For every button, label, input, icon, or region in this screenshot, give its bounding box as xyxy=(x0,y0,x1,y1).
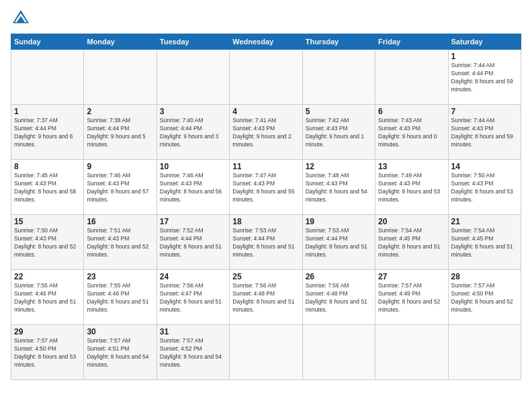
day-of-week-header: Sunday xyxy=(11,34,84,50)
calendar-cell: 22 Sunrise: 7:55 AMSunset: 4:46 PMDaylig… xyxy=(11,270,84,325)
day-info: Sunrise: 7:56 AMSunset: 4:48 PMDaylight:… xyxy=(306,282,367,313)
day-number: 6 xyxy=(378,107,445,116)
day-info: Sunrise: 7:55 AMSunset: 4:46 PMDaylight:… xyxy=(87,282,148,313)
calendar-cell xyxy=(375,50,448,105)
day-info: Sunrise: 7:52 AMSunset: 4:44 PMDaylight:… xyxy=(160,227,222,258)
day-number: 26 xyxy=(306,272,372,281)
day-info: Sunrise: 7:44 AMSunset: 4:44 PMDaylight:… xyxy=(451,62,513,93)
calendar-cell: 20 Sunrise: 7:54 AMSunset: 4:45 PMDaylig… xyxy=(375,215,448,270)
day-info: Sunrise: 7:53 AMSunset: 4:44 PMDaylight:… xyxy=(306,227,367,258)
calendar-cell: 16 Sunrise: 7:51 AMSunset: 4:43 PMDaylig… xyxy=(84,215,157,270)
calendar-cell: 18 Sunrise: 7:53 AMSunset: 4:44 PMDaylig… xyxy=(230,215,302,270)
calendar-cell: 29 Sunrise: 7:57 AMSunset: 4:50 PMDaylig… xyxy=(11,325,84,380)
day-info: Sunrise: 7:44 AMSunset: 4:43 PMDaylight:… xyxy=(451,117,513,148)
day-number: 19 xyxy=(306,217,372,226)
day-info: Sunrise: 7:57 AMSunset: 4:50 PMDaylight:… xyxy=(451,282,513,313)
day-number: 23 xyxy=(87,272,153,281)
day-of-week-header: Monday xyxy=(84,34,157,50)
day-number: 12 xyxy=(306,162,372,171)
day-info: Sunrise: 7:46 AMSunset: 4:43 PMDaylight:… xyxy=(160,172,222,203)
day-number: 28 xyxy=(451,272,518,281)
calendar-cell: 12 Sunrise: 7:48 AMSunset: 4:43 PMDaylig… xyxy=(302,160,375,215)
day-number: 13 xyxy=(378,162,445,171)
page: SundayMondayTuesdayWednesdayThursdayFrid… xyxy=(0,0,532,411)
day-info: Sunrise: 7:56 AMSunset: 4:47 PMDaylight:… xyxy=(160,282,222,313)
day-of-week-header: Thursday xyxy=(302,34,375,50)
calendar-cell: 1 Sunrise: 7:37 AMSunset: 4:44 PMDayligh… xyxy=(11,105,84,160)
day-info: Sunrise: 7:48 AMSunset: 4:43 PMDaylight:… xyxy=(306,172,367,203)
day-number: 24 xyxy=(160,272,226,281)
day-info: Sunrise: 7:57 AMSunset: 4:51 PMDaylight:… xyxy=(87,337,148,368)
calendar-cell xyxy=(84,50,157,105)
calendar-cell: 26 Sunrise: 7:56 AMSunset: 4:48 PMDaylig… xyxy=(302,270,375,325)
day-of-week-header: Wednesday xyxy=(230,34,302,50)
day-number: 1 xyxy=(451,52,518,61)
day-number: 2 xyxy=(87,107,153,116)
day-number: 3 xyxy=(160,107,226,116)
calendar-cell: 28 Sunrise: 7:57 AMSunset: 4:50 PMDaylig… xyxy=(448,270,521,325)
calendar-cell: 14 Sunrise: 7:50 AMSunset: 4:43 PMDaylig… xyxy=(448,160,521,215)
calendar-cell: 7 Sunrise: 7:44 AMSunset: 4:43 PMDayligh… xyxy=(448,105,521,160)
day-number: 4 xyxy=(232,107,299,116)
day-info: Sunrise: 7:47 AMSunset: 4:43 PMDaylight:… xyxy=(232,172,294,203)
calendar-week-row: 1 Sunrise: 7:44 AMSunset: 4:44 PMDayligh… xyxy=(11,50,521,105)
calendar-week-row: 15 Sunrise: 7:50 AMSunset: 4:43 PMDaylig… xyxy=(11,215,521,270)
calendar-cell: 8 Sunrise: 7:45 AMSunset: 4:43 PMDayligh… xyxy=(11,160,84,215)
day-number: 1 xyxy=(14,107,81,116)
calendar-cell: 5 Sunrise: 7:42 AMSunset: 4:43 PMDayligh… xyxy=(302,105,375,160)
calendar-cell: 2 Sunrise: 7:38 AMSunset: 4:44 PMDayligh… xyxy=(84,105,157,160)
day-info: Sunrise: 7:53 AMSunset: 4:44 PMDaylight:… xyxy=(232,227,294,258)
day-info: Sunrise: 7:57 AMSunset: 4:52 PMDaylight:… xyxy=(160,337,222,368)
calendar-cell xyxy=(230,50,302,105)
day-number: 10 xyxy=(160,162,226,171)
day-info: Sunrise: 7:49 AMSunset: 4:43 PMDaylight:… xyxy=(378,172,440,203)
calendar-cell: 15 Sunrise: 7:50 AMSunset: 4:43 PMDaylig… xyxy=(11,215,84,270)
day-info: Sunrise: 7:56 AMSunset: 4:48 PMDaylight:… xyxy=(232,282,294,313)
calendar-cell: 10 Sunrise: 7:46 AMSunset: 4:43 PMDaylig… xyxy=(157,160,229,215)
day-info: Sunrise: 7:57 AMSunset: 4:49 PMDaylight:… xyxy=(378,282,440,313)
day-info: Sunrise: 7:45 AMSunset: 4:43 PMDaylight:… xyxy=(14,172,76,203)
calendar-cell: 30 Sunrise: 7:57 AMSunset: 4:51 PMDaylig… xyxy=(84,325,157,380)
calendar-cell: 13 Sunrise: 7:49 AMSunset: 4:43 PMDaylig… xyxy=(375,160,448,215)
day-number: 22 xyxy=(14,272,81,281)
day-info: Sunrise: 7:38 AMSunset: 4:44 PMDaylight:… xyxy=(87,117,145,148)
calendar-cell xyxy=(230,325,302,380)
day-number: 25 xyxy=(232,272,299,281)
calendar-week-row: 8 Sunrise: 7:45 AMSunset: 4:43 PMDayligh… xyxy=(11,160,521,215)
day-number: 7 xyxy=(451,107,518,116)
day-number: 27 xyxy=(378,272,445,281)
day-number: 8 xyxy=(14,162,81,171)
logo-icon xyxy=(11,8,31,28)
calendar-cell xyxy=(375,325,448,380)
day-number: 11 xyxy=(232,162,299,171)
calendar-cell: 31 Sunrise: 7:57 AMSunset: 4:52 PMDaylig… xyxy=(157,325,229,380)
day-info: Sunrise: 7:51 AMSunset: 4:43 PMDaylight:… xyxy=(87,227,148,258)
day-number: 31 xyxy=(160,327,226,336)
day-number: 29 xyxy=(14,327,81,336)
calendar-cell xyxy=(448,325,521,380)
day-number: 18 xyxy=(232,217,299,226)
calendar-cell: 19 Sunrise: 7:53 AMSunset: 4:44 PMDaylig… xyxy=(302,215,375,270)
calendar-cell: 4 Sunrise: 7:41 AMSunset: 4:43 PMDayligh… xyxy=(230,105,302,160)
day-info: Sunrise: 7:37 AMSunset: 4:44 PMDaylight:… xyxy=(14,117,73,148)
calendar-table: SundayMondayTuesdayWednesdayThursdayFrid… xyxy=(11,34,521,380)
calendar-week-row: 1 Sunrise: 7:37 AMSunset: 4:44 PMDayligh… xyxy=(11,105,521,160)
calendar-header: SundayMondayTuesdayWednesdayThursdayFrid… xyxy=(11,34,521,50)
header xyxy=(11,8,521,28)
day-info: Sunrise: 7:40 AMSunset: 4:44 PMDaylight:… xyxy=(160,117,218,148)
calendar-cell: 17 Sunrise: 7:52 AMSunset: 4:44 PMDaylig… xyxy=(157,215,229,270)
day-info: Sunrise: 7:50 AMSunset: 4:43 PMDaylight:… xyxy=(451,172,513,203)
day-number: 21 xyxy=(451,217,518,226)
day-number: 15 xyxy=(14,217,81,226)
day-number: 5 xyxy=(306,107,372,116)
calendar-cell xyxy=(302,50,375,105)
calendar-cell: 11 Sunrise: 7:47 AMSunset: 4:43 PMDaylig… xyxy=(230,160,302,215)
day-info: Sunrise: 7:42 AMSunset: 4:43 PMDaylight:… xyxy=(306,117,364,148)
calendar-cell: 21 Sunrise: 7:54 AMSunset: 4:45 PMDaylig… xyxy=(448,215,521,270)
day-of-week-header: Friday xyxy=(375,34,448,50)
calendar-cell: 3 Sunrise: 7:40 AMSunset: 4:44 PMDayligh… xyxy=(157,105,229,160)
calendar-cell xyxy=(157,50,229,105)
day-info: Sunrise: 7:43 AMSunset: 4:43 PMDaylight:… xyxy=(378,117,437,148)
calendar-cell: 1 Sunrise: 7:44 AMSunset: 4:44 PMDayligh… xyxy=(448,50,521,105)
day-info: Sunrise: 7:41 AMSunset: 4:43 PMDaylight:… xyxy=(232,117,291,148)
